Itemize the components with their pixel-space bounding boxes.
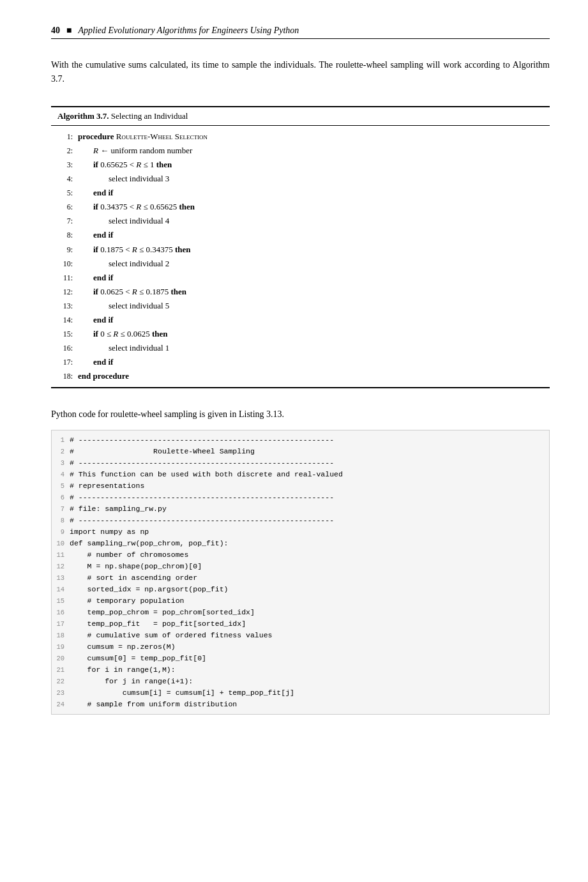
code-line-number: 7 (52, 503, 70, 514)
code-line-content: # sort in ascending order (70, 572, 549, 584)
code-line-content: temp_pop_fit = pop_fit[sorted_idx] (70, 618, 549, 630)
code-line-number: 16 (52, 607, 70, 618)
alg-line-number: 10: (57, 257, 73, 270)
alg-line-content: select individual 5 (78, 299, 543, 313)
code-line-content: # This function can be used with both di… (70, 469, 549, 480)
alg-line-number: 5: (57, 186, 73, 199)
code-line: 14 sorted_idx = np.argsort(pop_fit) (52, 584, 549, 595)
code-line-number: 2 (52, 446, 70, 457)
alg-line-content: if 0.1875 < R ≤ 0.34375 then (78, 243, 543, 257)
code-line: 20 cumsum[0] = temp_pop_fit[0] (52, 653, 549, 664)
code-line: 8# -------------------------------------… (52, 515, 549, 526)
code-line-number: 13 (52, 572, 70, 583)
alg-line-number: 11: (57, 271, 73, 284)
code-line-number: 23 (52, 687, 70, 698)
code-line-content: cumsum = np.zeros(M) (70, 641, 549, 653)
code-line: 9import numpy as np (52, 526, 549, 538)
code-line-content: # Roulette-Wheel Sampling (70, 446, 549, 457)
code-line-content: sorted_idx = np.argsort(pop_fit) (70, 584, 549, 595)
alg-line-content: select individual 4 (78, 214, 543, 228)
code-line: 12 M = np.shape(pop_chrom)[0] (52, 561, 549, 572)
alg-line-number: 12: (57, 285, 73, 298)
alg-line-number: 13: (57, 300, 73, 312)
code-line: 23 cumsum[i] = cumsum[i] + temp_pop_fit[… (52, 687, 549, 699)
algorithm-line: 2:R ← uniform random number (57, 144, 543, 158)
code-line-number: 15 (52, 595, 70, 606)
algorithm-line: 6:if 0.34375 < R ≤ 0.65625 then (57, 200, 543, 214)
code-line-number: 3 (52, 457, 70, 468)
code-line-content: # --------------------------------------… (70, 457, 549, 469)
algorithm-line: 17:end if (57, 355, 543, 369)
code-line-content: # file: sampling_rw.py (70, 503, 549, 515)
algorithm-line: 10:select individual 2 (57, 257, 543, 271)
code-line-number: 10 (52, 538, 70, 549)
code-line-number: 4 (52, 469, 70, 480)
code-line: 6# -------------------------------------… (52, 492, 549, 503)
alg-line-number: 1: (57, 130, 73, 143)
algorithm-line: 9:if 0.1875 < R ≤ 0.34375 then (57, 243, 543, 257)
code-line: 18 # cumulative sum of ordered fitness v… (52, 630, 549, 641)
code-line: 16 temp_pop_chrom = pop_chrom[sorted_idx… (52, 607, 549, 618)
code-line-number: 1 (52, 434, 70, 445)
code-line-content: import numpy as np (70, 526, 549, 538)
page-header: 40 ■ Applied Evolutionary Algorithms for… (51, 26, 550, 39)
code-line: 7# file: sampling_rw.py (52, 503, 549, 515)
code-line-content: # --------------------------------------… (70, 492, 549, 503)
code-line-content: # number of chromosomes (70, 549, 549, 561)
code-line-content: for j in range(i+1): (70, 676, 549, 687)
alg-line-content: R ← uniform random number (78, 144, 543, 158)
code-line: 1# -------------------------------------… (52, 434, 549, 446)
code-line: 5# representations (52, 480, 549, 492)
header-separator: ■ (66, 26, 72, 36)
code-line-content: for i in range(1,M): (70, 664, 549, 676)
algorithm-line: 4:select individual 3 (57, 172, 543, 186)
code-line-content: # --------------------------------------… (70, 434, 549, 446)
code-line-content: cumsum[0] = temp_pop_fit[0] (70, 653, 549, 664)
alg-line-number: 17: (57, 356, 73, 369)
alg-line-content: select individual 1 (78, 341, 543, 355)
alg-line-content: end procedure (78, 369, 543, 383)
alg-line-number: 3: (57, 158, 73, 171)
code-line-content: M = np.shape(pop_chrom)[0] (70, 561, 549, 572)
algorithm-line: 5:end if (57, 186, 543, 200)
alg-line-number: 2: (57, 144, 73, 157)
code-line-content: temp_pop_chrom = pop_chrom[sorted_idx] (70, 607, 549, 618)
alg-line-number: 15: (57, 328, 73, 340)
algorithm-line: 3:if 0.65625 < R ≤ 1 then (57, 158, 543, 172)
algorithm-box: Algorithm 3.7. Selecting an Individual 1… (51, 106, 550, 389)
code-line: 10def sampling_rw(pop_chrom, pop_fit): (52, 538, 549, 549)
alg-line-number: 14: (57, 314, 73, 326)
code-line: 13 # sort in ascending order (52, 572, 549, 584)
header-book-title: Applied Evolutionary Algorithms for Engi… (78, 26, 299, 36)
code-line-number: 17 (52, 618, 70, 629)
alg-line-number: 9: (57, 243, 73, 256)
code-line-number: 21 (52, 664, 70, 675)
code-line-number: 14 (52, 584, 70, 595)
algorithm-body: 1:procedure Roulette-Wheel Selection2:R … (51, 126, 550, 388)
code-line: 2# Roulette-Wheel Sampling (52, 446, 549, 457)
code-block: 1# -------------------------------------… (51, 430, 550, 715)
alg-line-content: procedure Roulette-Wheel Selection (78, 130, 543, 144)
alg-line-content: select individual 3 (78, 172, 543, 186)
algorithm-line: 13:select individual 5 (57, 299, 543, 313)
code-line-content: def sampling_rw(pop_chrom, pop_fit): (70, 538, 549, 549)
code-line-content: # representations (70, 480, 549, 492)
alg-line-number: 6: (57, 201, 73, 213)
code-line: 19 cumsum = np.zeros(M) (52, 641, 549, 653)
code-line-number: 22 (52, 676, 70, 687)
alg-line-content: end if (78, 313, 543, 327)
algorithm-label: Algorithm 3.7. (57, 111, 109, 121)
code-line-content: # cumulative sum of ordered fitness valu… (70, 630, 549, 641)
alg-line-content: if 0.0625 < R ≤ 0.1875 then (78, 285, 543, 299)
code-line-number: 18 (52, 630, 70, 641)
intro-paragraph: With the cumulative sums calculated, its… (51, 58, 550, 87)
page-number: 40 (51, 26, 60, 36)
code-line: 11 # number of chromosomes (52, 549, 549, 561)
algorithm-line: 14:end if (57, 313, 543, 327)
alg-line-content: end if (78, 228, 543, 242)
alg-line-number: 8: (57, 229, 73, 241)
code-line: 24 # sample from uniform distribution (52, 699, 549, 710)
code-line-number: 24 (52, 699, 70, 710)
algorithm-line: 18:end procedure (57, 369, 543, 383)
code-line: 22 for j in range(i+1): (52, 676, 549, 687)
